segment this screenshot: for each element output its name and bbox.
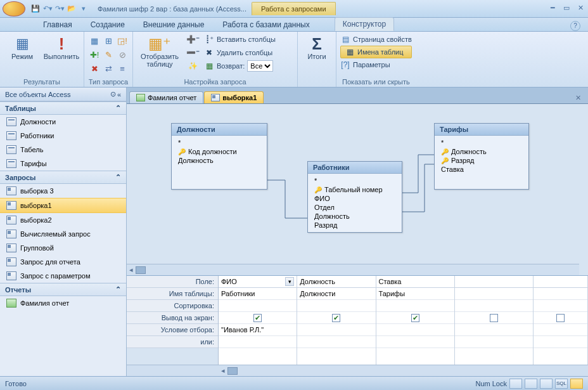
table-field[interactable]: Должность [313,212,397,221]
maximize-icon[interactable]: ▭ [561,4,572,14]
grid-col[interactable]: Должность Должности ✔ [297,276,376,365]
delete-cols-button[interactable]: ✖Удалить столбцы [204,46,276,59]
query-icon [6,271,16,280]
return-select[interactable]: Все [247,60,273,72]
nav-item-table[interactable]: Табель [0,143,126,157]
property-sheet-button[interactable]: ▤Страница свойств [340,33,412,46]
view-sql-icon[interactable]: SQL [555,379,568,389]
nav-header[interactable]: Все объекты Access ⊙« [0,88,126,101]
table-field[interactable]: * [440,138,523,147]
diagram-table-workers[interactable]: Работники * 🔑Табельный номер ФИО Отдел Д… [307,161,402,233]
undo-icon[interactable]: ↶▾ [42,4,53,14]
insert-row-icon: ➕⁼ [188,34,198,44]
grid-scrollbar[interactable]: ◂ [127,365,588,376]
qat-more-icon[interactable]: ▾ [79,4,89,14]
view-pivot-icon[interactable] [525,379,537,389]
table-field[interactable]: Разряд [313,221,397,230]
nav-item-table[interactable]: Работники [0,129,126,143]
table-field[interactable]: ФИО [313,194,397,203]
nav-item-query[interactable]: Вычисляемый запрос [0,227,126,241]
delete-rows-button[interactable]: ➖⁼ [188,46,198,59]
nav-item-query[interactable]: выборка1 [0,198,126,213]
checkbox[interactable]: ✔ [253,314,262,322]
tab-create[interactable]: Создание [82,18,133,31]
diagram-table-positions[interactable]: Должности * 🔑Код должности Должность [171,123,267,190]
redo-icon[interactable]: ↷▾ [54,4,65,14]
totals-button[interactable]: Σ Итоги [302,33,332,62]
tab-dbtools[interactable]: Работа с базами данных [214,18,317,31]
table-field[interactable]: 🔑Разряд [440,156,523,165]
run-button[interactable]: ! Выполнить [43,33,80,62]
table-field[interactable]: 🔑Код должности [177,147,262,156]
checkbox[interactable]: ✔ [332,314,340,322]
view-chart-icon[interactable] [540,379,553,389]
tab-external[interactable]: Внешние данные [135,18,213,31]
make-table-icon[interactable]: ◲! [116,35,129,48]
parameters-button[interactable]: [?]Параметры [340,58,412,71]
append-icon[interactable]: ✚! [88,49,101,62]
grid-col[interactable] [455,276,534,365]
table-field[interactable]: 🔑Должность [440,147,523,156]
save-icon[interactable]: 💾 [30,4,41,14]
table-field[interactable]: * [313,176,397,185]
grid-col[interactable]: ФИО▾ Работники ✔ "Иванов Р.Л." [219,276,297,365]
nav-collapse-icon[interactable]: « [117,91,121,98]
grid-col[interactable]: Ставка Тарифы ✔ [376,276,455,365]
grid-col[interactable] [534,276,588,365]
passthru-icon[interactable]: ⇄ [102,63,115,75]
crosstab-icon[interactable]: ⊞ [102,35,115,48]
union-icon[interactable]: ⊘ [116,49,129,62]
table-header[interactable]: Тарифы [435,124,528,136]
help-icon[interactable]: ? [570,21,580,31]
nav-item-query[interactable]: Групповой [0,241,126,255]
nav-section-tables[interactable]: Таблицы⌃ [0,101,126,115]
data-def-icon[interactable]: ≡ [116,63,129,75]
checkbox[interactable] [556,314,565,322]
table-header[interactable]: Должности [172,124,267,136]
nav-item-query[interactable]: Запрос с параметром [0,269,126,283]
view-design-icon[interactable] [570,379,583,389]
insert-rows-button[interactable]: ➕⁼ [188,33,198,46]
table-field[interactable]: Ставка [440,165,523,174]
table-field[interactable]: 🔑Табельный номер [313,185,397,194]
checkbox[interactable]: ✔ [411,314,419,322]
table-header[interactable]: Работники [308,162,402,174]
checkbox[interactable] [490,314,498,322]
table-names-button[interactable]: ▦Имена таблиц [340,46,412,58]
diagram-scrollbar[interactable]: ◂ [127,264,579,275]
diagram-pane[interactable]: Должности * 🔑Код должности Должность Раб… [127,104,588,276]
quick-access-toolbar: 💾 ↶▾ ↷▾ 📂 ▾ [30,4,89,14]
diagram-table-tariffs[interactable]: Тарифы * 🔑Должность 🔑Разряд Ставка [434,123,529,190]
tab-designer[interactable]: Конструктор [335,17,394,31]
dropdown-icon[interactable]: ▾ [285,277,294,286]
nav-item-table[interactable]: Должности [0,115,126,129]
doc-tab-report[interactable]: Фамилия отчет [129,91,203,103]
close-icon[interactable]: ✕ [575,4,585,14]
nav-item-table[interactable]: Тарифы [0,157,126,171]
view-button[interactable]: ▦ Режим [4,33,41,62]
nav-item-query[interactable]: Запрос для отчета [0,255,126,269]
open-icon[interactable]: 📂 [67,4,77,14]
builder-button[interactable]: ✨ [188,60,198,72]
nav-section-reports[interactable]: Отчеты⌃ [0,283,126,296]
nav-dropdown-icon[interactable]: ⊙ [110,90,116,98]
query-designer: Должности * 🔑Код должности Должность Раб… [127,104,588,376]
show-table-button[interactable]: ▦⁺ Отобразить таблицу [137,33,182,70]
minimize-icon[interactable]: ━ [547,4,558,14]
insert-cols-button[interactable]: ┋⁺Вставить столбцы [204,33,276,46]
nav-item-query[interactable]: выборка 3 [0,184,126,198]
table-field[interactable]: Должность [177,156,262,165]
delete-icon[interactable]: ✖ [88,63,101,75]
nav-item-query[interactable]: выборка2 [0,213,126,227]
update-icon[interactable]: ✎ [102,49,115,62]
select-query-icon[interactable]: ▦ [88,35,101,48]
table-field[interactable]: Отдел [313,203,397,212]
office-button[interactable] [3,1,25,16]
view-datasheet-icon[interactable] [509,379,522,389]
nav-item-report[interactable]: Фамилия отчет [0,296,126,310]
tab-home[interactable]: Главная [35,18,80,31]
doc-close-icon[interactable]: ✕ [572,93,584,103]
doc-tab-query[interactable]: выборка1 [204,91,264,103]
nav-section-queries[interactable]: Запросы⌃ [0,171,126,184]
table-field[interactable]: * [177,138,262,147]
